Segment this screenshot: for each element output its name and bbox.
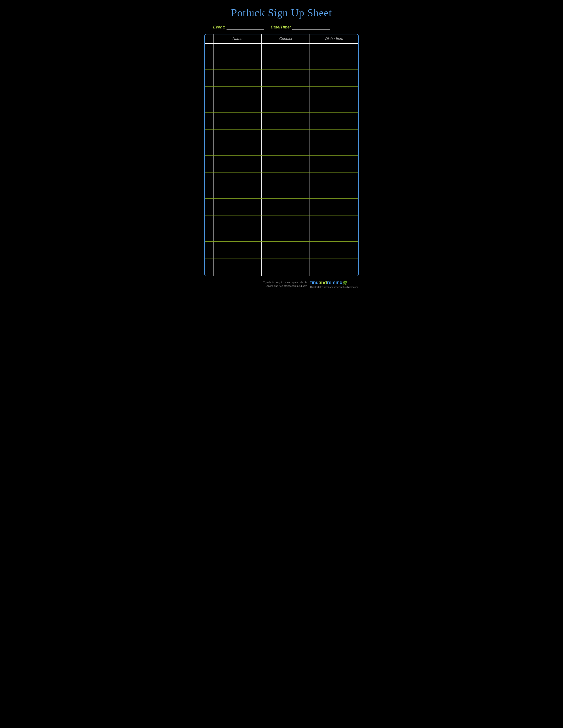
table-row (205, 259, 358, 267)
table-row (205, 113, 358, 121)
footer-tagline-line1: Try a better way to create sign up sheet… (263, 281, 307, 283)
row-dish-18 (310, 190, 358, 198)
row-name-24 (213, 242, 262, 250)
datetime-label: Date/Time: (271, 25, 291, 30)
row-contact-21 (262, 216, 310, 224)
row-num-11 (205, 130, 213, 138)
row-num-23 (205, 233, 213, 241)
table-row (205, 95, 358, 104)
table-row (205, 216, 358, 224)
row-name-3 (213, 61, 262, 69)
table-row (205, 173, 358, 181)
row-name-23 (213, 233, 262, 241)
table-row (205, 130, 358, 138)
row-name-21 (213, 216, 262, 224)
table-row (205, 69, 358, 78)
row-name-6 (213, 87, 262, 95)
row-num-5 (205, 78, 213, 86)
row-dish-14 (310, 156, 358, 164)
row-contact-18 (262, 190, 310, 198)
row-num-25 (205, 250, 213, 259)
table-row (205, 104, 358, 113)
page-title: Potluck Sign Up Sheet (204, 7, 359, 19)
col-dish-header: Dish / Item (310, 34, 358, 43)
event-label: Event: (213, 25, 225, 30)
row-name-19 (213, 199, 262, 207)
row-num-10 (205, 121, 213, 129)
col-name-header: Name (213, 34, 262, 43)
row-dish-11 (310, 130, 358, 138)
row-name-16 (213, 173, 262, 181)
table-row (205, 181, 358, 190)
table-body (205, 44, 358, 276)
row-num-21 (205, 216, 213, 224)
row-dish-6 (310, 87, 358, 95)
row-contact-11 (262, 130, 310, 138)
row-dish-23 (310, 233, 358, 241)
row-num-19 (205, 199, 213, 207)
table-row (205, 164, 358, 173)
row-contact-4 (262, 69, 310, 78)
row-dish-1 (310, 44, 358, 52)
row-dish-20 (310, 207, 358, 216)
row-contact-16 (262, 173, 310, 181)
row-contact-26 (262, 259, 310, 267)
row-contact-20 (262, 207, 310, 216)
row-name-27 (213, 267, 262, 276)
row-num-14 (205, 156, 213, 164)
row-contact-9 (262, 113, 310, 121)
table-row (205, 138, 358, 147)
table-row (205, 250, 358, 259)
row-dish-4 (310, 69, 358, 78)
row-name-25 (213, 250, 262, 259)
row-contact-3 (262, 61, 310, 69)
row-dish-2 (310, 52, 358, 61)
brand-name: findandremind🌿 (310, 280, 347, 285)
row-contact-22 (262, 224, 310, 233)
row-contact-13 (262, 147, 310, 155)
row-contact-10 (262, 121, 310, 129)
row-num-22 (205, 224, 213, 233)
row-num-17 (205, 181, 213, 190)
row-contact-27 (262, 267, 310, 276)
row-dish-8 (310, 104, 358, 112)
row-num-16 (205, 173, 213, 181)
row-name-17 (213, 181, 262, 190)
row-dish-5 (310, 78, 358, 86)
signup-table: Name Contact Dish / Item (204, 34, 359, 276)
row-name-5 (213, 78, 262, 86)
row-name-26 (213, 259, 262, 267)
row-contact-17 (262, 181, 310, 190)
row-dish-9 (310, 113, 358, 121)
row-contact-2 (262, 52, 310, 61)
col-num-header (205, 34, 213, 43)
table-row (205, 44, 358, 52)
row-num-20 (205, 207, 213, 216)
row-dish-7 (310, 95, 358, 104)
row-name-22 (213, 224, 262, 233)
table-row (205, 207, 358, 216)
row-num-24 (205, 242, 213, 250)
table-row (205, 61, 358, 69)
row-name-8 (213, 104, 262, 112)
row-num-15 (205, 164, 213, 173)
table-row (205, 156, 358, 164)
row-contact-6 (262, 87, 310, 95)
row-name-9 (213, 113, 262, 121)
row-num-12 (205, 138, 213, 147)
table-row (205, 52, 358, 61)
table-row (205, 121, 358, 130)
col-contact-header: Contact (262, 34, 310, 43)
row-contact-12 (262, 138, 310, 147)
row-num-18 (205, 190, 213, 198)
row-contact-1 (262, 44, 310, 52)
row-dish-16 (310, 173, 358, 181)
row-contact-25 (262, 250, 310, 259)
row-contact-8 (262, 104, 310, 112)
row-name-15 (213, 164, 262, 173)
row-dish-3 (310, 61, 358, 69)
row-contact-23 (262, 233, 310, 241)
row-num-9 (205, 113, 213, 121)
footer-brand: findandremind🌿 Coordinate the people you… (310, 280, 359, 288)
row-dish-25 (310, 250, 358, 259)
